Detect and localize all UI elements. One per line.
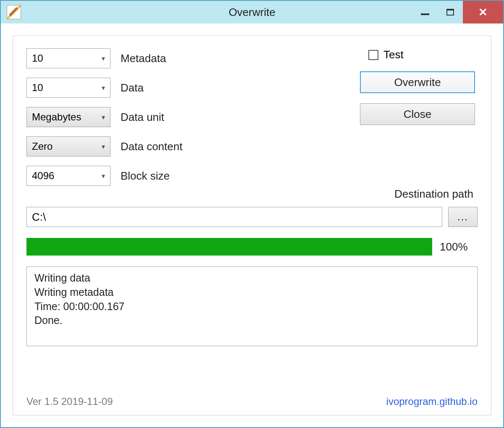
data-unit-label: Data unit bbox=[121, 111, 164, 124]
window-controls: ✕ bbox=[412, 1, 503, 23]
test-label: Test bbox=[383, 48, 404, 61]
app-icon bbox=[7, 5, 21, 19]
chevron-down-icon: ▾ bbox=[102, 113, 105, 121]
block-size-label: Block size bbox=[121, 170, 170, 183]
data-content-label: Data content bbox=[121, 140, 182, 153]
data-unit-row: Megabytes ▾ Data unit bbox=[26, 107, 182, 127]
chevron-down-icon: ▾ bbox=[102, 143, 105, 151]
footer: Ver 1.5 2019-11-09 ivoprogram.github.io bbox=[26, 389, 478, 407]
block-size-combo[interactable]: 4096 ▾ bbox=[26, 166, 110, 186]
data-content-value: Zero bbox=[32, 141, 52, 152]
app-window: Overwrite ✕ 10 ▾ Metadata 10 ▾ bbox=[0, 0, 504, 428]
progress-percent: 100% bbox=[440, 240, 478, 253]
actions-column: Test Overwrite Close bbox=[360, 48, 478, 186]
chevron-down-icon: ▾ bbox=[102, 55, 105, 63]
browse-button[interactable]: ... bbox=[448, 207, 478, 227]
test-checkbox-row[interactable]: Test bbox=[368, 48, 475, 61]
metadata-combo[interactable]: 10 ▾ bbox=[26, 48, 110, 68]
titlebar: Overwrite ✕ bbox=[1, 1, 503, 23]
maximize-icon bbox=[446, 9, 454, 16]
data-label: Data bbox=[121, 81, 144, 94]
chevron-down-icon: ▾ bbox=[102, 172, 105, 180]
log-output[interactable]: Writing data Writing metadata Time: 00:0… bbox=[26, 266, 478, 346]
destination-path-input[interactable]: C:\ bbox=[26, 207, 442, 227]
metadata-value: 10 bbox=[32, 52, 43, 64]
window-title: Overwrite bbox=[228, 6, 275, 19]
data-combo[interactable]: 10 ▾ bbox=[26, 78, 110, 98]
block-size-row: 4096 ▾ Block size bbox=[26, 166, 182, 186]
overwrite-button[interactable]: Overwrite bbox=[360, 71, 475, 93]
data-value: 10 bbox=[32, 82, 43, 94]
chevron-down-icon: ▾ bbox=[102, 84, 105, 92]
progress-row: 100% bbox=[26, 238, 478, 256]
version-text: Ver 1.5 2019-11-09 bbox=[26, 396, 113, 407]
destination-path-value: C:\ bbox=[32, 211, 46, 224]
maximize-button[interactable] bbox=[438, 1, 463, 23]
close-window-button[interactable]: ✕ bbox=[463, 1, 503, 23]
options-column: 10 ▾ Metadata 10 ▾ Data Megabytes ▾ bbox=[26, 48, 182, 186]
progress-bar bbox=[26, 238, 432, 256]
data-content-combo[interactable]: Zero ▾ bbox=[26, 136, 110, 157]
minimize-icon bbox=[421, 13, 429, 15]
minimize-button[interactable] bbox=[412, 1, 438, 23]
metadata-label: Metadata bbox=[121, 52, 166, 65]
close-button[interactable]: Close bbox=[360, 103, 475, 125]
path-row: C:\ ... bbox=[26, 207, 478, 227]
homepage-link[interactable]: ivoprogram.github.io bbox=[386, 396, 478, 407]
block-size-value: 4096 bbox=[32, 170, 54, 182]
top-grid: 10 ▾ Metadata 10 ▾ Data Megabytes ▾ bbox=[26, 48, 478, 186]
data-row: 10 ▾ Data bbox=[26, 78, 182, 98]
data-unit-value: Megabytes bbox=[32, 111, 81, 123]
destination-path-label: Destination path bbox=[394, 188, 473, 201]
metadata-row: 10 ▾ Metadata bbox=[26, 48, 182, 68]
data-unit-combo[interactable]: Megabytes ▾ bbox=[26, 107, 110, 127]
client-area: 10 ▾ Metadata 10 ▾ Data Megabytes ▾ bbox=[13, 35, 491, 415]
data-content-row: Zero ▾ Data content bbox=[26, 136, 182, 157]
test-checkbox[interactable] bbox=[368, 50, 378, 60]
close-icon: ✕ bbox=[478, 6, 488, 19]
